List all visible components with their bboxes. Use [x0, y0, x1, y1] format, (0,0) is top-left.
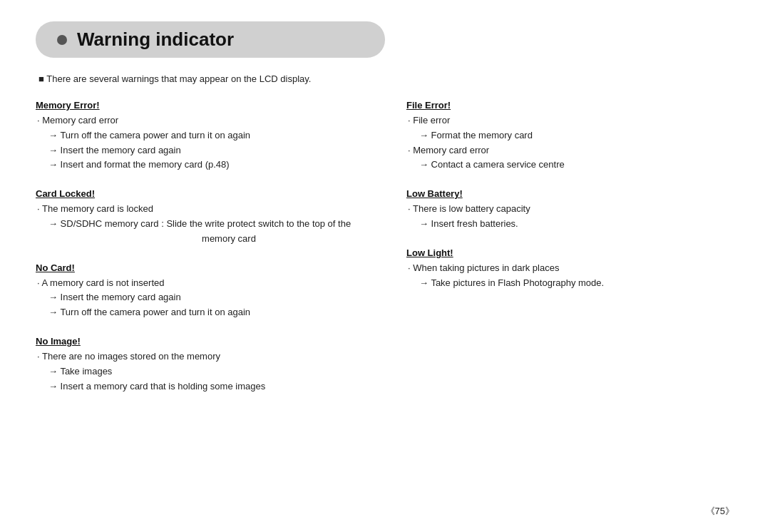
section-title-no-image: No Image! [36, 336, 364, 347]
section-low-light: Low Light! · When taking pictures in dar… [406, 247, 734, 291]
list-item: · The memory card is locked [37, 202, 364, 217]
section-title-card-locked: Card Locked! [36, 188, 364, 199]
list-item: · A memory card is not inserted [37, 276, 364, 291]
title-dot-icon [57, 35, 67, 45]
section-memory-error: Memory Error! · Memory card error → Turn… [36, 100, 364, 173]
list-item: · There are no images stored on the memo… [37, 349, 364, 364]
section-content-low-battery: · There is low battery capacity → Insert… [406, 202, 734, 232]
section-content-card-locked: · The memory card is locked → SD/SDHC me… [36, 202, 364, 246]
page-number: 《75》 [706, 505, 734, 518]
list-item: → Insert fresh batteries. [408, 217, 734, 232]
list-item: · There is low battery capacity [408, 202, 734, 217]
list-item: → Insert the memory card again [37, 290, 364, 305]
section-content-file-error: · File error → Format the memory card · … [406, 113, 734, 173]
list-item: memory card [37, 232, 364, 247]
section-title-file-error: File Error! [406, 100, 734, 111]
list-item: · Memory card error [37, 113, 364, 128]
section-title-memory-error: Memory Error! [36, 100, 364, 111]
section-no-image: No Image! · There are no images stored o… [36, 336, 364, 394]
section-title-no-card: No Card! [36, 262, 364, 273]
title-bar: Warning indicator [36, 21, 385, 58]
content-columns: Memory Error! · Memory card error → Turn… [36, 100, 734, 409]
section-content-low-light: · When taking pictures in dark places → … [406, 261, 734, 291]
section-content-no-card: · A memory card is not inserted → Insert… [36, 276, 364, 320]
right-column: File Error! · File error → Format the me… [385, 100, 734, 409]
section-no-card: No Card! · A memory card is not inserted… [36, 262, 364, 320]
section-content-memory-error: · Memory card error → Turn off the camer… [36, 113, 364, 173]
list-item: → Take pictures in Flash Photography mod… [408, 276, 734, 291]
section-title-low-light: Low Light! [406, 247, 734, 258]
list-item: → Insert a memory card that is holding s… [37, 379, 364, 394]
intro-text: ■ There are several warnings that may ap… [36, 73, 734, 84]
list-item: → Take images [37, 364, 364, 379]
list-item: → Turn off the camera power and turn it … [37, 305, 364, 320]
page-title: Warning indicator [77, 29, 234, 51]
page: Warning indicator ■ There are several wa… [0, 0, 770, 532]
section-low-battery: Low Battery! · There is low battery capa… [406, 188, 734, 232]
list-item: · Memory card error [408, 143, 734, 158]
list-item: → Format the memory card [408, 128, 734, 143]
list-item: → Contact a camera service centre [408, 158, 734, 173]
list-item: → Insert and format the memory card (p.4… [37, 158, 364, 173]
list-item: · File error [408, 113, 734, 128]
section-card-locked: Card Locked! · The memory card is locked… [36, 188, 364, 246]
section-content-no-image: · There are no images stored on the memo… [36, 349, 364, 394]
section-file-error: File Error! · File error → Format the me… [406, 100, 734, 173]
list-item: → Insert the memory card again [37, 143, 364, 158]
section-title-low-battery: Low Battery! [406, 188, 734, 199]
list-item: → SD/SDHC memory card : Slide the write … [37, 217, 364, 232]
list-item: · When taking pictures in dark places [408, 261, 734, 276]
left-column: Memory Error! · Memory card error → Turn… [36, 100, 385, 409]
list-item: → Turn off the camera power and turn it … [37, 128, 364, 143]
